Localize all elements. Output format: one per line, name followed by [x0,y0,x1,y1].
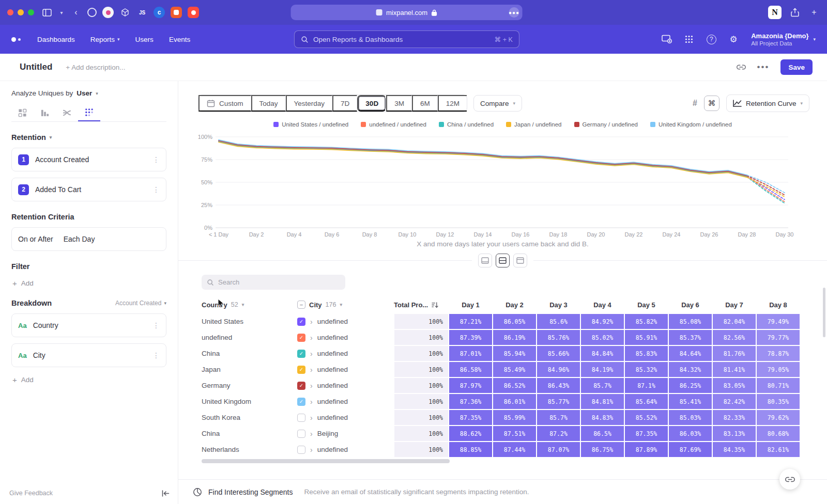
cell-retention-value[interactable]: 85.52% [625,410,668,425]
kebab-menu-icon[interactable]: ⋮ [152,155,160,164]
sort-descending-icon[interactable] [432,302,438,308]
cell-retention-value[interactable]: 81.76% [713,346,756,361]
cell-retention-value[interactable]: 86.75% [581,442,624,457]
view-table-only-toggle[interactable] [513,254,527,267]
expand-chevron-icon[interactable]: › [310,350,313,358]
criteria-each-day[interactable]: Each Day [64,235,95,243]
table-row[interactable]: United States✓›undefined100%87.21%86.05%… [202,313,827,329]
row-checkbox[interactable]: ✓ [297,398,305,406]
cell-retention-value[interactable]: 85.83% [625,346,668,361]
cell-retention-value[interactable]: 86.58% [449,362,492,377]
expand-chevron-icon[interactable]: › [310,382,313,390]
cell-retention-value[interactable]: 83.13% [713,426,756,441]
cell-retention-value[interactable]: 84.96% [537,362,580,377]
cell-retention-value[interactable]: 85.03% [669,410,712,425]
range-12m-button[interactable]: 12M [438,95,467,112]
expand-chevron-icon[interactable]: › [310,366,313,374]
notion-extension-icon[interactable]: N [768,6,782,19]
view-split-toggle[interactable] [496,254,510,267]
table-row[interactable]: Japan✓›undefined100%86.58%85.49%84.96%84… [202,361,827,377]
cell-retention-value[interactable]: 87.1% [625,378,668,393]
project-selector[interactable]: Amazonia {Demo} All Project Data ▾ [751,32,816,46]
legend-item[interactable]: China / undefined [439,121,494,128]
range-today-button[interactable]: Today [251,95,286,112]
tab-flows[interactable] [56,104,78,121]
command-shortcut-icon[interactable]: ⌘ [704,96,719,111]
settings-gear-icon[interactable]: ⚙ [728,34,739,45]
window-close-button[interactable] [7,9,13,15]
cell-retention-value[interactable]: 87.07% [537,442,580,457]
cell-retention-value[interactable]: 86.43% [537,378,580,393]
more-options-icon[interactable]: ••• [757,62,770,72]
cell-retention-value[interactable]: 82.42% [713,394,756,409]
cell-retention-value[interactable]: 87.36% [449,394,492,409]
column-header-day[interactable]: Day 4 [580,301,624,309]
cell-retention-value[interactable]: 88.62% [449,426,492,441]
select-all-checkbox[interactable]: – [297,301,305,309]
search-input[interactable] [218,278,332,286]
chevron-down-icon[interactable]: ▾ [58,6,65,19]
chart-type-dropdown[interactable]: Retention Curve ▾ [726,94,809,112]
row-checkbox[interactable]: ✓ [297,366,305,374]
breakdown-country-card[interactable]: Aa Country ⋮ [11,313,166,337]
breakdown-scope-selector[interactable]: Account Created ▾ [115,300,166,307]
cell-retention-value[interactable]: 87.89% [625,442,668,457]
cell-retention-value[interactable]: 85.49% [493,362,536,377]
kebab-menu-icon[interactable]: ⋮ [152,185,160,194]
cell-retention-value[interactable]: 84.64% [669,346,712,361]
table-row[interactable]: undefined✓›undefined100%87.39%86.19%85.7… [202,329,827,345]
cell-retention-value[interactable]: 86.52% [493,378,536,393]
cell-retention-value[interactable]: 87.44% [493,442,536,457]
kebab-menu-icon[interactable]: ⋮ [152,351,160,359]
back-button[interactable]: ‹ [70,6,82,19]
vertical-scrollbar[interactable] [823,288,825,337]
range-yesterday-button[interactable]: Yesterday [286,95,333,112]
expand-chevron-icon[interactable]: › [310,414,313,422]
cell-retention-value[interactable]: 84.35% [713,442,756,457]
floating-share-link-button[interactable] [779,469,800,490]
address-bar[interactable]: mixpanel.com ●●● [291,5,523,20]
number-format-icon[interactable]: # [693,99,697,108]
cell-retention-value[interactable]: 83.05% [713,378,756,393]
tab-insights[interactable] [11,104,34,121]
column-header-day[interactable]: Day 8 [756,301,800,309]
window-zoom-button[interactable] [28,9,34,15]
table-search[interactable] [202,275,345,290]
url-options-icon[interactable]: ●●● [509,7,519,18]
help-icon[interactable]: ? [706,34,717,45]
cell-retention-value[interactable]: 79.49% [757,314,800,329]
nav-users[interactable]: Users [135,36,154,43]
cell-retention-value[interactable]: 85.6% [537,314,580,329]
cell-retention-value[interactable]: 87.97% [449,378,492,393]
apps-grid-icon[interactable] [683,34,695,45]
page-title[interactable]: Untitled [20,62,52,72]
cell-retention-value[interactable]: 85.08% [669,314,712,329]
cell-retention-value[interactable]: 84.32% [669,362,712,377]
cell-retention-value[interactable]: 87.35% [449,410,492,425]
column-header-total[interactable]: Total Pro... [394,301,449,309]
mixpanel-logo[interactable] [11,37,21,42]
cell-retention-value[interactable]: 81.41% [713,362,756,377]
cell-retention-value[interactable]: 85.7% [581,378,624,393]
criteria-on-or-after[interactable]: On or After [18,235,53,243]
cell-retention-value[interactable]: 85.99% [493,410,536,425]
cell-retention-value[interactable]: 87.69% [669,442,712,457]
analyze-uniques-selector[interactable]: Analyze Uniques by User ▾ [11,89,166,97]
cell-retention-value[interactable]: 85.32% [625,362,668,377]
column-header-day[interactable]: Day 7 [712,301,756,309]
expand-chevron-icon[interactable]: › [310,430,313,438]
extension-icon-cube[interactable] [119,7,131,18]
cell-retention-value[interactable]: 85.02% [581,330,624,345]
column-header-day[interactable]: Day 3 [537,301,580,309]
cell-retention-value[interactable]: 79.05% [757,362,800,377]
legend-item[interactable]: undefined / undefined [361,121,426,128]
add-breakdown-button[interactable]: + Add [11,375,166,384]
extension-icon-pink[interactable] [102,7,114,18]
cell-retention-value[interactable]: 84.92% [581,314,624,329]
row-checkbox[interactable] [297,446,305,454]
column-header-city[interactable]: – City 176 ▾ [297,301,394,309]
cell-retention-value[interactable]: 87.01% [449,346,492,361]
table-row[interactable]: United Kingdom✓›undefined100%87.36%86.01… [202,393,827,410]
horizontal-scrollbar[interactable] [202,459,450,463]
cell-retention-value[interactable]: 85.37% [669,330,712,345]
